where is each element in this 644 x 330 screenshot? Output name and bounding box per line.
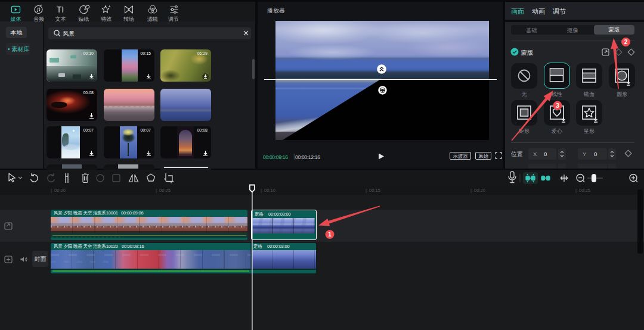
svg-text:TI: TI <box>57 5 64 14</box>
